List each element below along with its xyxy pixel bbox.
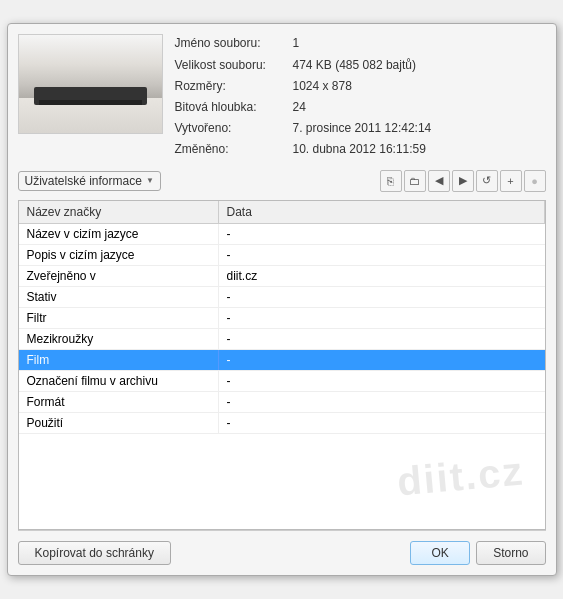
ok-button[interactable]: OK [410, 541, 470, 565]
metadata-table: Název značky Data Název v cizím jazyce-P… [18, 200, 546, 530]
filesize-label: Velikost souboru: [175, 56, 285, 75]
thumbnail [18, 34, 163, 134]
table-row[interactable]: Stativ- [19, 287, 545, 308]
user-info-dropdown[interactable]: Uživatelské informace ▼ [18, 171, 161, 191]
table-row[interactable]: Film- [19, 350, 545, 371]
top-section: Jméno souboru: 1 Velikost souboru: 474 K… [18, 34, 546, 159]
cell-tag-name: Označení filmu v archivu [19, 371, 219, 391]
cell-tag-name: Zveřejněno v [19, 266, 219, 286]
cell-tag-data: - [219, 371, 545, 391]
table-row[interactable]: Označení filmu v archivu- [19, 371, 545, 392]
cell-tag-name: Popis v cizím jazyce [19, 245, 219, 265]
footer-separator [18, 530, 546, 531]
table-row[interactable]: Zveřejněno vdiit.cz [19, 266, 545, 287]
toolbar: Uživatelské informace ▼ ⎘ 🗀 ◀ ▶ ↺ + [18, 170, 546, 192]
footer-right-buttons: OK Storno [410, 541, 545, 565]
add-icon: + [507, 175, 513, 187]
filename-label: Jméno souboru: [175, 34, 285, 53]
col-header-data: Data [219, 201, 545, 223]
dimensions-value: 1024 x 878 [293, 77, 352, 96]
col-header-name: Název značky [19, 201, 219, 223]
modified-label: Změněno: [175, 140, 285, 159]
cell-tag-name: Film [19, 350, 219, 370]
filename-value: 1 [293, 34, 300, 53]
copy-icon-btn[interactable]: ⎘ [380, 170, 402, 192]
bitdepth-value: 24 [293, 98, 306, 117]
cell-tag-data: - [219, 413, 545, 433]
dimensions-row: Rozměry: 1024 x 878 [175, 77, 546, 96]
cell-tag-data: - [219, 350, 545, 370]
cell-tag-data: diit.cz [219, 266, 545, 286]
table-row[interactable]: Filtr- [19, 308, 545, 329]
folder-icon: 🗀 [409, 175, 420, 187]
created-value: 7. prosince 2011 12:42:14 [293, 119, 432, 138]
forward-icon: ▶ [459, 174, 467, 187]
table-row[interactable]: Název v cizím jazyce- [19, 224, 545, 245]
thumbnail-image [19, 35, 162, 133]
table-row[interactable]: Použití- [19, 413, 545, 434]
cell-tag-name: Filtr [19, 308, 219, 328]
filename-row: Jméno souboru: 1 [175, 34, 546, 53]
dimensions-label: Rozměry: [175, 77, 285, 96]
table-row[interactable]: Mezikroužky- [19, 329, 545, 350]
add-icon-btn[interactable]: + [500, 170, 522, 192]
cancel-button[interactable]: Storno [476, 541, 545, 565]
dialog: Jméno souboru: 1 Velikost souboru: 474 K… [7, 23, 557, 575]
bitdepth-label: Bitová hloubka: [175, 98, 285, 117]
refresh-icon: ↺ [482, 174, 491, 187]
cell-tag-data: - [219, 287, 545, 307]
table-row[interactable]: Formát- [19, 392, 545, 413]
cell-tag-data: - [219, 308, 545, 328]
filesize-row: Velikost souboru: 474 KB (485 082 bajtů) [175, 56, 546, 75]
copy-icon: ⎘ [387, 175, 394, 187]
info-icon-btn[interactable]: ● [524, 170, 546, 192]
toolbar-icons: ⎘ 🗀 ◀ ▶ ↺ + ● [380, 170, 546, 192]
cell-tag-name: Formát [19, 392, 219, 412]
file-info-panel: Jméno souboru: 1 Velikost souboru: 474 K… [175, 34, 546, 159]
folder-icon-btn[interactable]: 🗀 [404, 170, 426, 192]
refresh-icon-btn[interactable]: ↺ [476, 170, 498, 192]
modified-value: 10. dubna 2012 16:11:59 [293, 140, 426, 159]
forward-icon-btn[interactable]: ▶ [452, 170, 474, 192]
cell-tag-name: Název v cizím jazyce [19, 224, 219, 244]
bitdepth-row: Bitová hloubka: 24 [175, 98, 546, 117]
table-row[interactable]: Popis v cizím jazyce- [19, 245, 545, 266]
copy-to-clipboard-button[interactable]: Kopírovat do schránky [18, 541, 171, 565]
dropdown-label: Uživatelské informace [25, 174, 142, 188]
cell-tag-name: Stativ [19, 287, 219, 307]
cell-tag-name: Mezikroužky [19, 329, 219, 349]
table-body: Název v cizím jazyce-Popis v cizím jazyc… [19, 224, 545, 527]
cell-tag-data: - [219, 329, 545, 349]
modified-row: Změněno: 10. dubna 2012 16:11:59 [175, 140, 546, 159]
back-icon-btn[interactable]: ◀ [428, 170, 450, 192]
footer: Kopírovat do schránky OK Storno [18, 541, 546, 565]
created-label: Vytvořeno: [175, 119, 285, 138]
cell-tag-data: - [219, 224, 545, 244]
info-icon: ● [531, 175, 538, 187]
cell-tag-name: Použití [19, 413, 219, 433]
filesize-value: 474 KB (485 082 bajtů) [293, 56, 416, 75]
cell-tag-data: - [219, 245, 545, 265]
back-icon: ◀ [435, 174, 443, 187]
table-header: Název značky Data [19, 201, 545, 224]
chevron-down-icon: ▼ [146, 176, 154, 185]
cell-tag-data: - [219, 392, 545, 412]
created-row: Vytvořeno: 7. prosince 2011 12:42:14 [175, 119, 546, 138]
